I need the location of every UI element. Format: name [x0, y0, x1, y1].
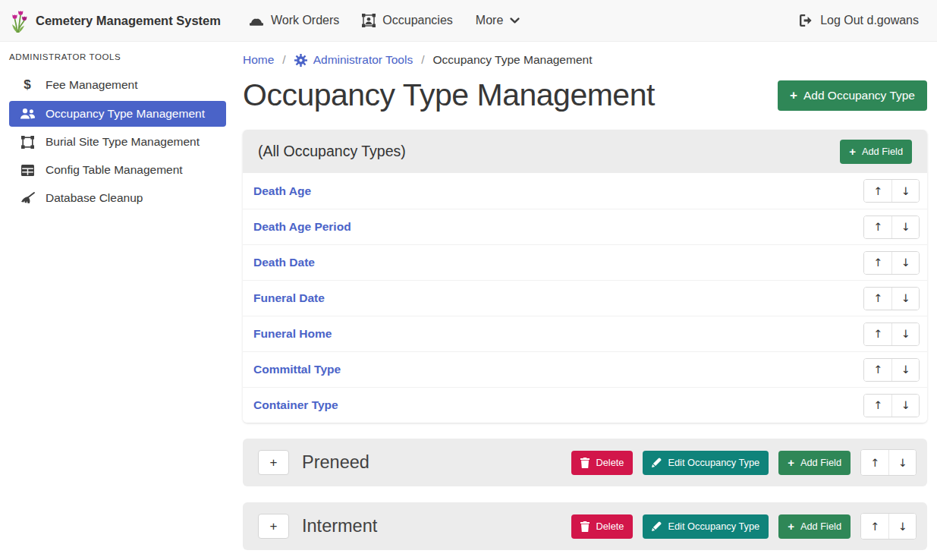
add-field-button[interactable]: + Add Field: [778, 514, 851, 539]
sidebar-item-burial-site-type-management[interactable]: Burial Site Type Management: [9, 129, 226, 155]
add-occupancy-type-button[interactable]: + Add Occupancy Type: [778, 80, 927, 111]
logout-label: Log Out d.gowans: [820, 14, 919, 27]
move-up-button[interactable]: ↑: [864, 359, 891, 381]
plus-icon: +: [849, 146, 856, 157]
move-down-button[interactable]: ↓: [891, 359, 919, 381]
reorder-buttons: ↑ ↓: [863, 179, 920, 203]
field-row: Funeral Date ↑ ↓: [243, 280, 927, 316]
plus-icon: +: [788, 457, 794, 468]
field-row: Death Age Period ↑ ↓: [243, 209, 927, 244]
occupancy-type-name: Preneed: [302, 452, 369, 473]
pencil-icon: [652, 458, 662, 467]
breadcrumb-administrator-tools[interactable]: Administrator Tools: [294, 53, 413, 67]
field-link[interactable]: Container Type: [253, 398, 338, 412]
sign-out-icon: [800, 14, 813, 27]
edit-occupancy-type-button[interactable]: Edit Occupancy Type: [643, 514, 769, 539]
table-icon: [19, 165, 36, 176]
field-link[interactable]: Death Age Period: [253, 220, 351, 234]
panel-title: (All Occupancy Types): [258, 143, 406, 160]
reorder-buttons: ↑ ↓: [860, 449, 917, 476]
reorder-buttons: ↑ ↓: [863, 287, 920, 310]
top-navbar: Cemetery Management System Work Orders: [0, 0, 937, 42]
breadcrumb-current: Occupancy Type Management: [433, 53, 593, 67]
person-frame-icon: [362, 14, 376, 27]
sidebar-item-database-cleanup[interactable]: Database Cleanup: [9, 185, 226, 211]
field-row: Funeral Home ↑ ↓: [243, 316, 927, 351]
trash-icon: [580, 458, 590, 468]
move-up-button[interactable]: ↑: [864, 395, 891, 417]
logout-link[interactable]: Log Out d.gowans: [800, 14, 919, 27]
sidebar-item-label: Fee Management: [46, 78, 138, 92]
sidebar-item-occupancy-type-management[interactable]: Occupancy Type Management: [9, 101, 226, 127]
admin-tools-sidebar: ADMINISTRATOR TOOLS $ Fee Management Occ…: [0, 42, 235, 560]
reorder-buttons: ↑ ↓: [863, 322, 920, 346]
field-list: Death Age ↑ ↓ Death Age Period ↑ ↓ Death…: [243, 173, 927, 423]
move-up-button[interactable]: ↑: [864, 323, 891, 345]
tulip-logo-icon: [9, 8, 28, 33]
move-down-button[interactable]: ↓: [891, 395, 919, 417]
reorder-buttons: ↑ ↓: [863, 216, 920, 239]
breadcrumb: Home /: [243, 52, 927, 68]
move-up-button[interactable]: ↑: [864, 180, 891, 202]
pencil-icon: [652, 521, 662, 531]
nav-more[interactable]: More: [464, 8, 531, 33]
expand-button[interactable]: +: [258, 514, 289, 539]
move-up-button[interactable]: ↑: [864, 252, 891, 274]
move-down-button[interactable]: ↓: [891, 323, 919, 345]
section-actions: Delete Edit Occupancy Type + Add Field: [571, 513, 917, 540]
trash-icon: [580, 521, 590, 532]
reorder-buttons: ↑ ↓: [863, 251, 920, 275]
move-down-button[interactable]: ↓: [891, 252, 919, 274]
vector-frame-icon: [19, 136, 36, 149]
sidebar-item-config-table-management[interactable]: Config Table Management: [9, 157, 226, 183]
sidebar-item-label: Burial Site Type Management: [46, 135, 200, 149]
hard-hat-icon: [249, 14, 264, 27]
nav-label: More: [476, 14, 503, 27]
section-actions: Delete Edit Occupancy Type + Add Field: [571, 449, 917, 476]
edit-occupancy-type-button[interactable]: Edit Occupancy Type: [643, 451, 769, 475]
brand-title: Cemetery Management System: [36, 14, 221, 28]
field-link[interactable]: Death Date: [253, 256, 315, 269]
plus-icon: +: [790, 89, 797, 102]
main-content: Home /: [235, 42, 937, 560]
page-title: Occupancy Type Management: [243, 77, 655, 113]
chevron-down-icon: [510, 17, 520, 24]
delete-button[interactable]: Delete: [571, 451, 633, 475]
add-field-button[interactable]: + Add Field: [778, 451, 851, 475]
reorder-buttons: ↑ ↓: [860, 513, 917, 540]
sidebar-item-fee-management[interactable]: $ Fee Management: [9, 71, 226, 99]
plus-icon: +: [788, 521, 794, 532]
field-link[interactable]: Committal Type: [253, 363, 341, 376]
field-link[interactable]: Funeral Date: [253, 291, 325, 305]
field-link[interactable]: Funeral Home: [253, 327, 332, 341]
navbar-menu: Work Orders Occupancies More: [237, 8, 531, 33]
occupancy-type-section-interment: + Interment Delete: [243, 502, 927, 550]
sidebar-item-label: Database Cleanup: [46, 191, 143, 205]
field-row: Death Date ↑ ↓: [243, 244, 927, 280]
move-down-button[interactable]: ↓: [891, 180, 919, 202]
nav-occupancies[interactable]: Occupancies: [351, 8, 464, 33]
all-occupancy-types-panel: (All Occupancy Types) + Add Field Death …: [243, 130, 927, 423]
occupancy-type-section-preneed: + Preneed Delete: [243, 439, 927, 486]
add-field-button[interactable]: + Add Field: [840, 140, 912, 164]
move-up-button[interactable]: ↑: [861, 514, 888, 539]
move-up-button[interactable]: ↑: [861, 450, 888, 475]
breadcrumb-separator: /: [282, 53, 285, 67]
sidebar-item-label: Config Table Management: [46, 163, 183, 177]
expand-button[interactable]: +: [258, 450, 289, 475]
users-icon: [19, 109, 36, 119]
move-up-button[interactable]: ↑: [864, 216, 891, 238]
occupancy-type-name: Interment: [302, 516, 377, 536]
move-down-button[interactable]: ↓: [891, 288, 919, 310]
dollar-icon: $: [19, 77, 36, 93]
nav-work-orders[interactable]: Work Orders: [237, 8, 351, 33]
field-link[interactable]: Death Age: [253, 184, 311, 198]
move-up-button[interactable]: ↑: [864, 288, 891, 310]
move-down-button[interactable]: ↓: [891, 216, 919, 238]
sidebar-item-label: Occupancy Type Management: [46, 107, 205, 121]
breadcrumb-home[interactable]: Home: [243, 53, 274, 67]
move-down-button[interactable]: ↓: [888, 514, 916, 539]
move-down-button[interactable]: ↓: [888, 450, 916, 475]
brand-link[interactable]: Cemetery Management System: [9, 8, 221, 33]
delete-button[interactable]: Delete: [571, 514, 633, 539]
